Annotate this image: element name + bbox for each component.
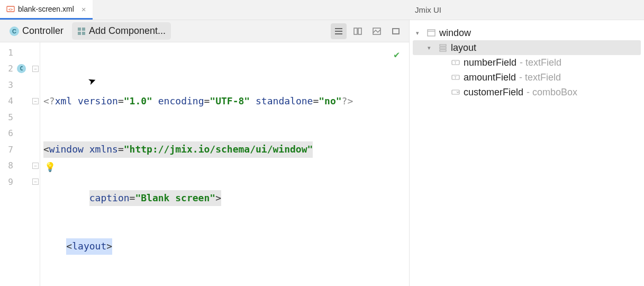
layout-icon [438, 43, 448, 52]
file-tab-label: blank-screen.xml [18, 5, 74, 13]
editor-pane: C Controller Add Component... ➤ 1 2C− [0, 20, 410, 286]
tree-type: - comboBox [527, 87, 577, 98]
close-icon[interactable]: × [81, 5, 86, 14]
gutter-row[interactable]: 4− [0, 93, 40, 110]
gutter-row[interactable]: 5 [0, 109, 40, 126]
svg-rect-16 [440, 44, 446, 46]
gutter-row[interactable]: 8−💡 [0, 158, 40, 174]
view-list-button[interactable] [331, 23, 347, 39]
chevron-down-icon[interactable]: ▾ [428, 44, 435, 51]
svg-rect-8 [335, 33, 342, 34]
fold-marker-icon[interactable]: − [32, 98, 39, 104]
gutter-row[interactable]: 3 [0, 77, 40, 93]
svg-rect-7 [335, 31, 342, 32]
textfield-icon: T [451, 73, 460, 82]
editor-area[interactable]: ➤ 1 2C− 3 4− 5 6 7 8−💡 9− ✔ <?xml versio… [0, 42, 409, 286]
view-mode-group [331, 23, 404, 39]
svg-rect-18 [440, 50, 446, 51]
view-split-button[interactable] [350, 23, 366, 39]
panel-title: Jmix UI [415, 5, 441, 14]
svg-rect-10 [358, 28, 361, 34]
svg-rect-14 [428, 30, 435, 36]
tree-label: window [439, 28, 471, 39]
code-content[interactable]: ✔ <?xml version="1.0" encoding="UTF-8" s… [40, 42, 409, 286]
code-line[interactable]: <layout> [40, 238, 409, 255]
tree-label: customerField [464, 87, 523, 98]
svg-rect-17 [440, 47, 446, 49]
gutter-row[interactable]: 9− [0, 174, 40, 190]
fold-marker-icon[interactable]: − [32, 163, 39, 169]
tree-label: amountField [464, 72, 516, 83]
file-tab[interactable]: <> blank-screen.xml × [0, 0, 93, 20]
tree-node-field[interactable]: T amountField - textField [413, 70, 641, 85]
textfield-icon: T [451, 58, 460, 67]
view-preview-button[interactable] [388, 23, 404, 39]
tree-node-field[interactable]: T numberField - textField [413, 55, 641, 70]
chevron-down-icon[interactable]: ▾ [416, 30, 423, 37]
svg-rect-2 [78, 28, 81, 31]
gutter-row[interactable]: 6 [0, 126, 40, 142]
svg-rect-9 [354, 28, 357, 34]
panel-header: Jmix UI [410, 0, 644, 20]
svg-rect-13 [393, 29, 398, 33]
tree-label: numberField [464, 57, 516, 68]
fold-marker-icon[interactable]: − [32, 66, 39, 72]
add-component-button[interactable]: Add Component... [72, 22, 171, 40]
component-tree-panel: ▾ window ▾ layout T numberField - textFi… [410, 20, 644, 286]
svg-text:<>: <> [8, 7, 13, 12]
code-line[interactable]: caption="Blank screen"> [40, 190, 409, 207]
svg-rect-5 [82, 32, 85, 35]
svg-rect-4 [78, 32, 81, 35]
controller-badge-icon: C [10, 26, 19, 36]
editor-toolbar: C Controller Add Component... [0, 20, 409, 42]
combobox-icon [451, 87, 460, 97]
gutter-row[interactable]: 7 [0, 141, 40, 158]
svg-text:T: T [454, 75, 457, 80]
window-icon [427, 28, 436, 38]
gutter-row[interactable]: 2C− [0, 61, 40, 77]
tree-node-window[interactable]: ▾ window [413, 25, 641, 40]
code-line[interactable]: <?xml version="1.0" encoding="UTF-8" sta… [40, 93, 409, 110]
gutter-row[interactable]: 1 [0, 44, 40, 61]
gutter: 1 2C− 3 4− 5 6 7 8−💡 9− [0, 42, 40, 286]
view-image-button[interactable] [369, 23, 385, 39]
add-component-label: Add Component... [89, 25, 166, 37]
tree-type: - textField [520, 57, 561, 68]
code-line[interactable]: <window xmlns="http://jmix.io/schema/ui/… [40, 141, 409, 158]
main-area: C Controller Add Component... ➤ 1 2C− [0, 20, 644, 286]
palette-icon [77, 27, 86, 35]
tree-label: layout [451, 42, 476, 53]
controller-label: Controller [22, 25, 64, 37]
xml-file-icon: <> [6, 5, 15, 13]
tab-bar: <> blank-screen.xml × ⋮ Jmix UI [0, 0, 644, 20]
check-icon[interactable]: ✔ [394, 47, 400, 63]
controller-gutter-icon[interactable]: C [17, 64, 26, 73]
svg-text:T: T [454, 60, 457, 65]
tree-type: - textField [519, 72, 561, 83]
svg-rect-6 [335, 28, 342, 29]
component-tree: ▾ window ▾ layout T numberField - textFi… [410, 20, 644, 105]
tree-node-field[interactable]: customerField - comboBox [413, 85, 641, 100]
svg-rect-3 [82, 28, 85, 31]
tree-node-layout[interactable]: ▾ layout [413, 40, 641, 55]
controller-button[interactable]: C Controller [5, 23, 68, 39]
fold-marker-icon[interactable]: − [32, 178, 39, 185]
